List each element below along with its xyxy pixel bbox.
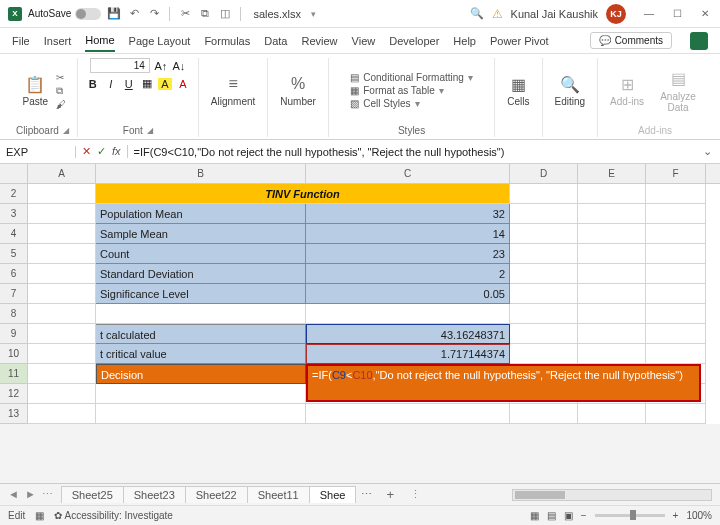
cell-f7[interactable] <box>646 284 706 304</box>
cell-d4[interactable] <box>510 224 578 244</box>
sheet-tab-sheet23[interactable]: Sheet23 <box>123 486 186 503</box>
sheet-tab-sheet22[interactable]: Sheet22 <box>185 486 248 503</box>
cell-b8[interactable] <box>96 304 306 324</box>
col-header-f[interactable]: F <box>646 164 706 183</box>
copy-icon[interactable]: ⧉ <box>56 85 66 97</box>
zoom-slider[interactable] <box>595 514 665 517</box>
tab-developer[interactable]: Developer <box>389 31 439 51</box>
fill-color-button[interactable]: A <box>158 78 172 90</box>
sheet-nav-prev-icon[interactable]: ◄ <box>8 488 19 501</box>
editing-button[interactable]: 🔍Editing <box>551 72 590 109</box>
tab-view[interactable]: View <box>352 31 376 51</box>
cut-icon[interactable]: ✂ <box>178 7 192 21</box>
sheet-tab-sheet25[interactable]: Sheet25 <box>61 486 124 503</box>
cell-c10[interactable]: 1.717144374 <box>306 344 510 364</box>
sheet-tab-active[interactable]: Shee <box>309 486 357 503</box>
cell-a6[interactable] <box>28 264 96 284</box>
cell-d2[interactable] <box>510 184 578 204</box>
autosave-toggle[interactable]: AutoSave <box>28 8 101 20</box>
copy-icon[interactable]: ⧉ <box>198 7 212 21</box>
maximize-button[interactable]: ☐ <box>670 7 684 21</box>
col-header-c[interactable]: C <box>306 164 510 183</box>
cell-e2[interactable] <box>578 184 646 204</box>
cell-d3[interactable] <box>510 204 578 224</box>
user-avatar[interactable]: KJ <box>606 4 626 24</box>
col-header-e[interactable]: E <box>578 164 646 183</box>
tab-help[interactable]: Help <box>453 31 476 51</box>
sheet-nav-more-icon[interactable]: ⋯ <box>42 488 53 501</box>
cell-a8[interactable] <box>28 304 96 324</box>
accessibility-status[interactable]: ✿ Accessibility: Investigate <box>54 510 173 521</box>
cell-e6[interactable] <box>578 264 646 284</box>
cell-e3[interactable] <box>578 204 646 224</box>
tab-home[interactable]: Home <box>85 30 114 52</box>
formula-input[interactable]: =IF(C9<C10,"Do not reject the null hypot… <box>128 146 695 158</box>
share-button[interactable] <box>690 32 708 50</box>
tab-data[interactable]: Data <box>264 31 287 51</box>
search-icon[interactable]: 🔍 <box>470 7 484 21</box>
view-normal-icon[interactable]: ▦ <box>530 510 539 521</box>
tab-power-pivot[interactable]: Power Pivot <box>490 31 549 51</box>
format-as-table-button[interactable]: ▦Format as Table▾ <box>350 85 473 96</box>
row-header-11[interactable]: 11 <box>0 364 28 384</box>
tab-page-layout[interactable]: Page Layout <box>129 31 191 51</box>
cell-c5[interactable]: 23 <box>306 244 510 264</box>
cell-d5[interactable] <box>510 244 578 264</box>
clear-icon[interactable]: ◫ <box>218 7 232 21</box>
tab-review[interactable]: Review <box>301 31 337 51</box>
row-header-9[interactable]: 9 <box>0 324 28 344</box>
cell-b12[interactable] <box>96 384 306 404</box>
zoom-in-button[interactable]: + <box>673 510 679 521</box>
cell-c7[interactable]: 0.05 <box>306 284 510 304</box>
cell-a5[interactable] <box>28 244 96 264</box>
cell-c11-formula-overlay[interactable]: =IF(C9<C10,"Do not reject the null hypot… <box>306 364 701 402</box>
cell-d13[interactable] <box>510 404 578 424</box>
paste-button[interactable]: 📋 Paste <box>19 72 53 109</box>
row-header-5[interactable]: 5 <box>0 244 28 264</box>
fx-icon[interactable]: fx <box>112 145 121 158</box>
row-header-2[interactable]: 2 <box>0 184 28 204</box>
font-size-input[interactable]: 14 <box>90 58 150 73</box>
close-button[interactable]: ✕ <box>698 7 712 21</box>
cell-b9[interactable]: t calculated <box>96 324 306 344</box>
cell-d7[interactable] <box>510 284 578 304</box>
col-header-a[interactable]: A <box>28 164 96 183</box>
cell-b13[interactable] <box>96 404 306 424</box>
sheet-tab-sheet11[interactable]: Sheet11 <box>247 486 310 503</box>
font-color-button[interactable]: A <box>176 78 190 90</box>
cut-icon[interactable]: ✂ <box>56 72 66 83</box>
cell-c6[interactable]: 2 <box>306 264 510 284</box>
alignment-button[interactable]: ≡Alignment <box>207 72 259 109</box>
cell-f13[interactable] <box>646 404 706 424</box>
italic-button[interactable]: I <box>104 78 118 90</box>
tab-file[interactable]: File <box>12 31 30 51</box>
cell-a11[interactable] <box>28 364 96 384</box>
cell-f3[interactable] <box>646 204 706 224</box>
cell-a7[interactable] <box>28 284 96 304</box>
cell-a4[interactable] <box>28 224 96 244</box>
col-header-b[interactable]: B <box>96 164 306 183</box>
cell-d9[interactable] <box>510 324 578 344</box>
row-header-7[interactable]: 7 <box>0 284 28 304</box>
underline-button[interactable]: U <box>122 78 136 90</box>
zoom-level[interactable]: 100% <box>686 510 712 521</box>
cell-e7[interactable] <box>578 284 646 304</box>
cell-a12[interactable] <box>28 384 96 404</box>
cell-f6[interactable] <box>646 264 706 284</box>
cell-f5[interactable] <box>646 244 706 264</box>
view-page-break-icon[interactable]: ▣ <box>564 510 573 521</box>
cancel-icon[interactable]: ✕ <box>82 145 91 158</box>
save-icon[interactable]: 💾 <box>107 7 121 21</box>
dialog-launcher-icon[interactable]: ◢ <box>147 126 153 135</box>
format-painter-icon[interactable]: 🖌 <box>56 99 66 110</box>
cell-a2[interactable] <box>28 184 96 204</box>
cell-d6[interactable] <box>510 264 578 284</box>
cell-e8[interactable] <box>578 304 646 324</box>
row-header-10[interactable]: 10 <box>0 344 28 364</box>
comments-button[interactable]: 💬 Comments <box>590 32 672 49</box>
zoom-out-button[interactable]: − <box>581 510 587 521</box>
cell-c9[interactable]: 43.16248371 <box>306 324 510 344</box>
number-format-button[interactable]: %Number <box>276 72 320 109</box>
horizontal-scrollbar[interactable] <box>512 489 712 501</box>
cell-b6[interactable]: Standard Deviation <box>96 264 306 284</box>
